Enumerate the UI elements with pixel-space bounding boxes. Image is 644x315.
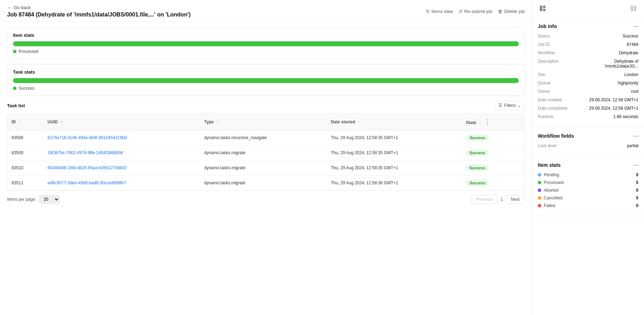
panel-field-label: Site <box>538 72 545 77</box>
panel-field-row: Date created29.08.2024, 12:58 GMT+1 <box>538 97 638 102</box>
column-more-button[interactable]: ⋮ <box>482 117 493 126</box>
job-info-fields: StatusSuccessJob ID87484WorkflowDehydrat… <box>538 34 638 119</box>
col-date-started[interactable]: Date started ↑ <box>327 114 462 130</box>
panel-field-value: 87484 <box>627 42 638 47</box>
filters-button[interactable]: ☰ Filters ⌄ <box>495 101 525 110</box>
panel-field-row: SiteLondon <box>538 72 638 77</box>
task-table: ID ↕ UUID ↕ Type ↕ <box>7 114 525 191</box>
workflow-fields-toggle[interactable]: — <box>633 133 638 139</box>
job-info-title: Job info <box>538 23 557 29</box>
cell-id: 83511 <box>7 176 43 191</box>
resubmit-label: Re-submit job <box>464 9 492 14</box>
uuid-link[interactable]: 60346488-16fd-4b28-85aa-b3561273db02 <box>48 165 127 170</box>
panel-field-label: Workflow <box>538 50 555 55</box>
table-row: 83511 e49c9577-3ded-45b8-bad9-30cced908f… <box>7 176 524 191</box>
stats-dot <box>538 181 541 184</box>
workflow-fields-header: Workflow fields — <box>538 133 638 139</box>
panel-stats-left: Processed <box>538 180 564 185</box>
panel-stats-left: Cancelled <box>538 196 562 200</box>
panel-field-label: Job ID <box>538 42 550 47</box>
filter-icon: ☰ <box>499 103 502 108</box>
resubmit-icon: ↺ <box>459 9 462 14</box>
table-row: 83510 60346488-16fd-4b28-85aa-b3561273db… <box>7 160 524 176</box>
items-view-button[interactable]: ↻ Items view <box>426 9 453 14</box>
items-per-page-select[interactable]: 20 10 50 100 <box>39 195 60 204</box>
panel-field-row: Runtime1.86 seconds <box>538 114 638 119</box>
svg-rect-0 <box>540 6 542 11</box>
header: ← Go back Job 87484 (Dehydrate of '/mmfs… <box>0 0 532 22</box>
panel-top-icons <box>532 0 644 18</box>
panel-field-label: Date created <box>538 97 562 102</box>
panel-layout-icon[interactable] <box>538 4 548 14</box>
uuid-link[interactable]: 18f367bc-7862-4574-9ffe-2d54f3868858 <box>48 150 123 155</box>
state-sort-icon: ↕ <box>479 120 481 125</box>
workflow-fields-section: Workflow fields — Lock levelpartial <box>532 128 644 157</box>
stats-count: 0 <box>636 172 638 177</box>
panel-stats-left: Pending <box>538 172 559 177</box>
panel-field-value: highpriority <box>618 81 638 85</box>
cell-state: Success <box>462 130 524 145</box>
trash-icon: 🗑 <box>498 9 502 14</box>
panel-field-label: Date completed <box>538 106 567 111</box>
job-info-toggle[interactable]: — <box>633 23 638 29</box>
pagination: Items per page: 20 10 50 100 Previous 1 … <box>7 195 525 204</box>
uuid-link[interactable]: 6274e718-019b-494e-804f-8910454219b0 <box>48 135 127 140</box>
panel-field-row: DescriptionDehydrate of '/mmfs1/data/JO.… <box>538 59 638 69</box>
id-sort-icon: ↕ <box>18 119 20 124</box>
col-type[interactable]: Type ↕ <box>200 114 327 130</box>
resubmit-job-button[interactable]: ↺ Re-submit job <box>459 9 492 14</box>
svg-rect-4 <box>634 6 636 11</box>
panel-expand-icon[interactable] <box>629 4 638 14</box>
workflow-fields-title: Workflow fields <box>538 133 574 139</box>
items-per-page-label: Items per page: <box>7 197 36 202</box>
content-area: Item stats Processed Task stats Success <box>0 22 532 315</box>
panel-item-stats-title: Item stats <box>538 162 561 168</box>
processed-dot <box>13 50 16 53</box>
next-button[interactable]: Next <box>506 195 525 204</box>
success-label: Success <box>19 86 34 91</box>
panel-stats-row: Processed 5 <box>538 180 638 185</box>
panel-stats-row: Cancelled 0 <box>538 196 638 200</box>
table-row: 83508 6274e718-019b-494e-804f-8910454219… <box>7 130 524 145</box>
items-per-page: Items per page: 20 10 50 100 <box>7 195 60 204</box>
col-id[interactable]: ID ↕ <box>7 114 43 130</box>
uuid-sort-icon: ↕ <box>60 119 62 124</box>
cell-uuid: 18f367bc-7862-4574-9ffe-2d54f3868858 <box>43 145 200 160</box>
panel-workflow-field-row: Lock levelpartial <box>538 143 638 148</box>
current-page: 1 <box>501 197 503 202</box>
back-button[interactable]: ← Go back <box>7 5 191 10</box>
panel-field-label: Description <box>538 59 559 64</box>
panel-field-value: 29.08.2024, 12:58 GMT+1 <box>589 97 638 102</box>
panel-field-row: Queuehighpriority <box>538 81 638 85</box>
stats-dot <box>538 173 541 177</box>
cell-type: dynamo.tasks.recursive_navigate <box>200 130 327 145</box>
task-stats-card: Task stats Success <box>7 64 525 96</box>
delete-label: Delete job <box>504 9 525 14</box>
svg-rect-2 <box>543 9 545 11</box>
col-uuid[interactable]: UUID ↕ <box>43 114 200 130</box>
panel-field-value: Dehydrate <box>619 50 638 55</box>
stats-dot <box>538 204 541 207</box>
table-header-row: ID ↕ UUID ↕ Type ↕ <box>7 114 524 130</box>
uuid-link[interactable]: e49c9577-3ded-45b8-bad9-30cced908fb7 <box>48 180 126 185</box>
panel-item-stats-toggle[interactable]: — <box>633 162 638 168</box>
panel-item-stats-section: Item stats — Pending 0 Processed 5 Abort… <box>532 157 644 216</box>
panel-field-row: Ownerroot <box>538 89 638 94</box>
arrow-left-icon: ← <box>7 5 12 10</box>
cell-type: dynamo.tasks.migrate <box>200 160 327 176</box>
col-state[interactable]: State ↕ ⋮ <box>462 114 524 130</box>
panel-field-value: Dehydrate of '/mmfs1/data/JO... <box>583 59 638 69</box>
task-stats-progress-fill <box>13 78 519 83</box>
success-dot <box>13 87 16 90</box>
previous-button[interactable]: Previous <box>471 195 498 204</box>
date-sort-icon: ↑ <box>358 119 360 124</box>
cell-state: Success <box>462 145 524 160</box>
delete-job-button[interactable]: 🗑 Delete job <box>498 9 525 14</box>
stats-label: Aborted <box>544 188 558 193</box>
item-stats-progress-bar <box>13 41 519 46</box>
panel-field-label: Owner <box>538 89 550 94</box>
panel-field-row: Job ID87484 <box>538 42 638 47</box>
item-stats-progress-fill <box>13 41 519 46</box>
panel-stats-row: Pending 0 <box>538 172 638 177</box>
stats-dot <box>538 196 541 200</box>
